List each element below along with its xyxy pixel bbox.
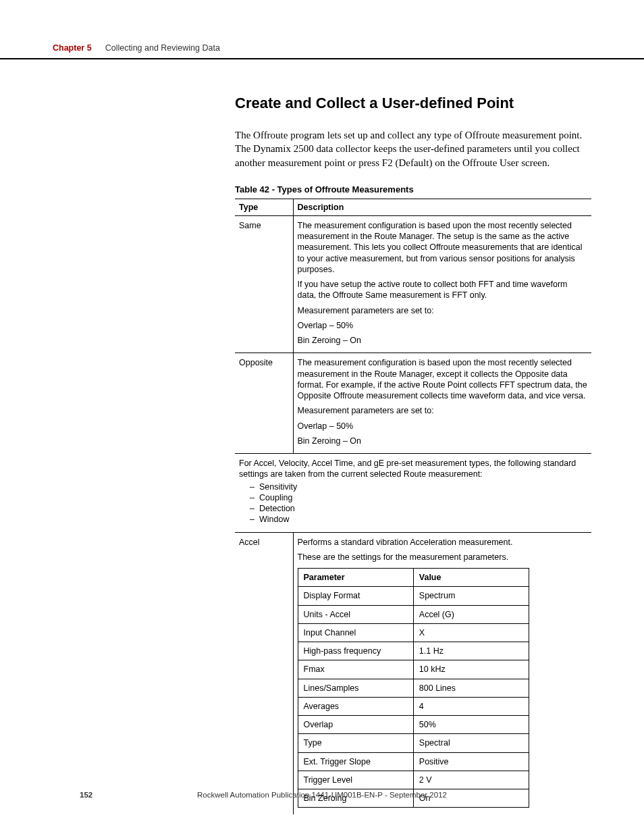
table-caption: Table 42 - Types of Offroute Measurement… [235, 184, 591, 194]
desc-text: Overlap – 50% [298, 320, 588, 331]
desc-text: Performs a standard vibration Accelerati… [298, 537, 588, 548]
desc-text: The measurement configuration is based u… [298, 357, 588, 401]
desc-cell: The measurement configuration is based u… [293, 215, 591, 353]
list-item: Coupling [250, 492, 587, 503]
col-parameter: Parameter [298, 569, 413, 587]
type-cell: Opposite [235, 353, 293, 454]
intro-paragraph: The Offroute program lets set up and col… [235, 128, 591, 170]
table-row: Overlap50% [298, 716, 529, 734]
desc-text: These are the settings for the measureme… [298, 552, 588, 563]
page-number: 152 [80, 791, 92, 799]
table-row: Opposite The measurement configuration i… [235, 353, 591, 454]
param-value: 2 V [413, 771, 529, 789]
desc-cell: Performs a standard vibration Accelerati… [293, 532, 591, 814]
param-name: Averages [298, 697, 413, 715]
param-value: Spectral [413, 734, 529, 752]
footer-text: Rockwell Automation Publication 1441-UM0… [53, 791, 591, 799]
table-row: Averages4 [298, 697, 529, 715]
desc-text: The measurement configuration is based u… [298, 220, 588, 275]
table-row: Fmax10 kHz [298, 660, 529, 679]
desc-cell: The measurement configuration is based u… [293, 353, 591, 454]
param-value: Spectrum [413, 587, 529, 605]
table-row: Display FormatSpectrum [298, 587, 529, 605]
col-value: Value [413, 569, 529, 587]
desc-text: If you have setup the active route to co… [298, 279, 588, 301]
note-cell: For Accel, Velocity, Accel Time, and gE … [235, 454, 591, 533]
desc-text: Measurement parameters are set to: [298, 405, 588, 416]
table-row: Trigger Level2 V [298, 771, 529, 789]
param-value: Accel (G) [413, 605, 529, 623]
param-name: Type [298, 734, 413, 752]
list-item: Sensitivity [250, 481, 587, 492]
table-row: Input ChannelX [298, 623, 529, 642]
param-value: X [413, 623, 529, 642]
offroute-types-table: Type Description Same The measurement co… [235, 199, 591, 815]
section-heading: Create and Collect a User-defined Point [235, 95, 591, 112]
param-name: Units - Accel [298, 605, 413, 623]
table-row: Same The measurement configuration is ba… [235, 215, 591, 353]
table-row: Lines/Samples800 Lines [298, 679, 529, 697]
param-name: High-pass frequency [298, 642, 413, 660]
parameters-table: Parameter Value Display FormatSpectrum U… [298, 568, 530, 808]
table-row: TypeSpectral [298, 734, 529, 752]
page-header: Chapter 5 Collecting and Reviewing Data [0, 0, 644, 59]
param-value: 4 [413, 697, 529, 715]
table-row: For Accel, Velocity, Accel Time, and gE … [235, 454, 591, 533]
param-name: Ext. Trigger Slope [298, 752, 413, 771]
desc-text: Measurement parameters are set to: [298, 305, 588, 316]
chapter-title: Collecting and Reviewing Data [105, 43, 220, 53]
param-name: Trigger Level [298, 771, 413, 789]
main-content: Create and Collect a User-defined Point … [0, 95, 644, 814]
table-row: Ext. Trigger SlopePositive [298, 752, 529, 771]
param-value: 1.1 Hz [413, 642, 529, 660]
col-type: Type [235, 199, 293, 215]
param-name: Fmax [298, 660, 413, 679]
list-item: Detection [250, 503, 587, 514]
type-cell: Same [235, 215, 293, 353]
param-name: Lines/Samples [298, 679, 413, 697]
chapter-label: Chapter 5 [53, 43, 92, 53]
bullet-list: Sensitivity Coupling Detection Window [239, 481, 587, 525]
desc-text: Bin Zeroing – On [298, 436, 588, 446]
param-name: Overlap [298, 716, 413, 734]
param-value: Positive [413, 752, 529, 771]
desc-text: Overlap – 50% [298, 421, 588, 432]
param-name: Input Channel [298, 623, 413, 642]
note-text: For Accel, Velocity, Accel Time, and gE … [239, 458, 587, 480]
table-row: High-pass frequency1.1 Hz [298, 642, 529, 660]
param-value: 800 Lines [413, 679, 529, 697]
col-description: Description [293, 199, 591, 215]
list-item: Window [250, 514, 587, 525]
param-name: Display Format [298, 587, 413, 605]
table-row: Accel Performs a standard vibration Acce… [235, 532, 591, 814]
desc-text: Bin Zeroing – On [298, 335, 588, 346]
page-footer: 152 Rockwell Automation Publication 1441… [0, 791, 644, 799]
param-value: 50% [413, 716, 529, 734]
table-row: Units - AccelAccel (G) [298, 605, 529, 623]
param-value: 10 kHz [413, 660, 529, 679]
type-cell: Accel [235, 532, 293, 814]
